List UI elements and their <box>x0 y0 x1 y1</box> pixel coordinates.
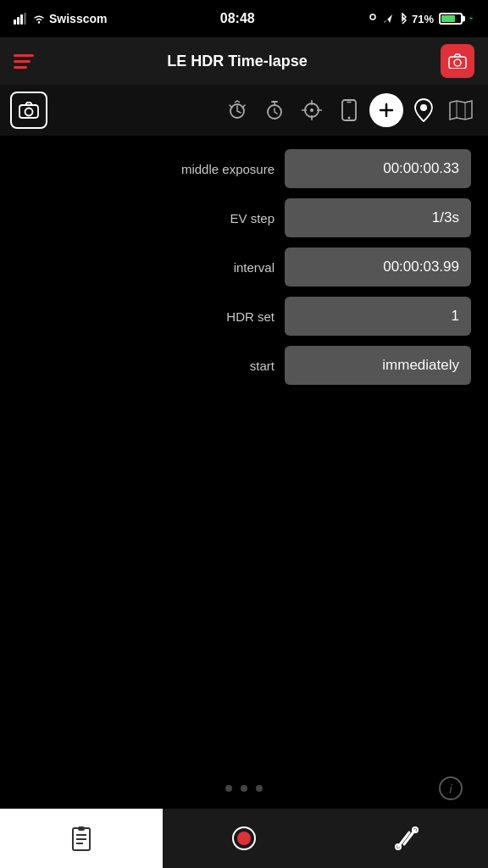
camera-icon <box>448 53 467 69</box>
timer-icon[interactable] <box>258 93 291 127</box>
bluetooth-icon <box>398 13 407 25</box>
hdr-set-value[interactable]: 1 <box>285 297 471 336</box>
status-right: 71% <box>368 13 474 25</box>
ev-step-row: EV step 1/3s <box>17 198 471 237</box>
toolbar-icons <box>220 93 478 127</box>
interval-label: interval <box>164 260 274 275</box>
add-icon[interactable] <box>369 93 403 127</box>
svg-rect-2 <box>20 14 23 25</box>
hdr-set-label: HDR set <box>164 309 274 324</box>
svg-marker-26 <box>450 101 472 120</box>
charging-icon <box>468 13 474 25</box>
middle-exposure-value[interactable]: 00:00:00.33 <box>285 149 471 188</box>
header-camera-button[interactable] <box>441 44 474 78</box>
start-label: start <box>164 359 274 373</box>
page-dots <box>225 785 263 792</box>
svg-point-5 <box>370 14 375 19</box>
record-tab-icon <box>231 826 257 851</box>
bottom-navigation: i <box>0 776 488 800</box>
dot-2[interactable] <box>241 785 247 792</box>
svg-rect-8 <box>449 57 466 69</box>
tab-record[interactable] <box>163 809 325 868</box>
map-icon[interactable] <box>444 93 478 127</box>
battery-percent: 71% <box>412 13 434 25</box>
phone-icon[interactable] <box>332 93 366 127</box>
start-value[interactable]: immediately <box>285 346 471 385</box>
tab-list[interactable] <box>0 809 163 868</box>
svg-rect-33 <box>78 826 85 831</box>
tools-tab-icon <box>394 826 419 851</box>
alarm-icon[interactable] <box>220 93 254 127</box>
location-pin-icon[interactable] <box>407 93 441 127</box>
info-button[interactable]: i <box>439 776 463 800</box>
middle-exposure-label: middle exposure <box>164 162 274 176</box>
svg-point-11 <box>25 108 33 116</box>
status-bar: Swisscom 08:48 71% <box>0 0 488 37</box>
page-title: LE HDR Time-lapse <box>167 53 308 70</box>
location-status-icon <box>368 13 378 25</box>
carrier-name: Swisscom <box>49 12 107 25</box>
wifi-icon <box>32 14 46 25</box>
svg-point-4 <box>38 21 40 23</box>
svg-point-22 <box>348 117 351 120</box>
middle-exposure-row: middle exposure 00:00:00.33 <box>17 149 471 188</box>
status-time: 08:48 <box>220 11 255 26</box>
svg-rect-0 <box>14 19 16 25</box>
svg-marker-7 <box>469 13 474 25</box>
settings-form: middle exposure 00:00:00.33 EV step 1/3s… <box>0 136 488 398</box>
hdr-set-row: HDR set 1 <box>17 297 471 336</box>
navigation-icon <box>383 14 393 24</box>
battery-icon <box>439 13 463 25</box>
svg-point-19 <box>310 108 313 112</box>
dot-3[interactable] <box>256 785 263 792</box>
svg-rect-3 <box>24 13 26 25</box>
list-tab-icon <box>69 825 93 852</box>
menu-button[interactable] <box>14 54 34 69</box>
app-header: LE HDR Time-lapse <box>0 37 488 85</box>
shoot-button[interactable] <box>10 92 47 129</box>
toolbar <box>0 85 488 136</box>
svg-marker-6 <box>384 14 392 23</box>
interval-row: interval 00:00:03.99 <box>17 248 471 287</box>
tab-bar <box>0 809 488 868</box>
tab-tools[interactable] <box>325 809 488 868</box>
dot-1[interactable] <box>225 785 232 792</box>
start-row: start immediately <box>17 346 471 385</box>
svg-rect-1 <box>17 17 19 25</box>
svg-point-9 <box>454 59 461 66</box>
ev-step-label: EV step <box>164 211 274 225</box>
ev-step-value[interactable]: 1/3s <box>285 198 471 237</box>
camera-shoot-icon <box>19 102 39 119</box>
signal-icon <box>14 13 29 25</box>
interval-value[interactable]: 00:00:03.99 <box>285 248 471 287</box>
crosshair-icon[interactable] <box>295 93 329 127</box>
svg-point-25 <box>420 104 427 111</box>
svg-point-35 <box>237 832 251 845</box>
status-left: Swisscom <box>14 12 107 25</box>
